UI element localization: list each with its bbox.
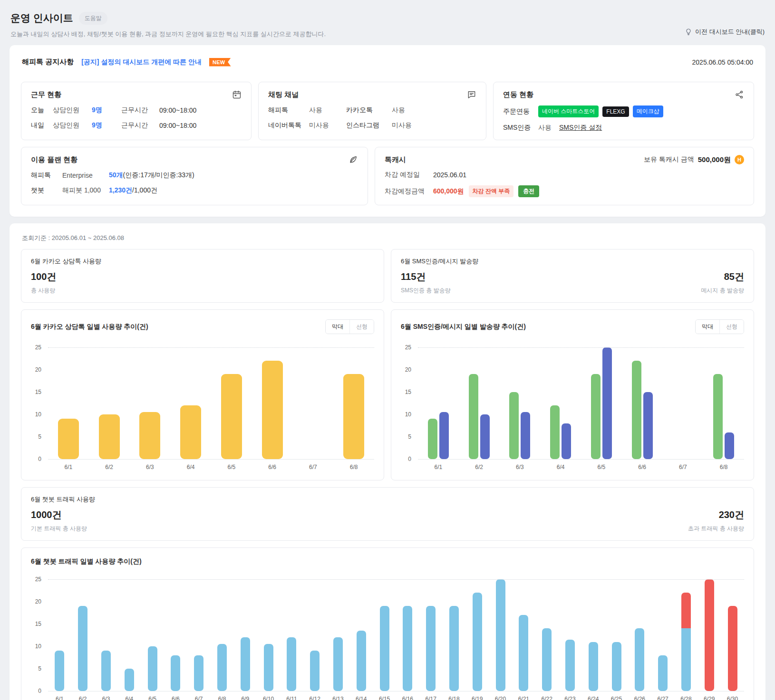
x-tick-label: 6/17 xyxy=(419,696,443,700)
y-tick-label: 10 xyxy=(401,411,411,418)
chart-slot xyxy=(465,579,489,691)
chart-slot xyxy=(89,347,130,459)
chart-slot xyxy=(721,579,744,691)
deduct-amount-label: 차감예정금액 xyxy=(385,187,426,196)
notice-title: 해피톡 공지사항 xyxy=(22,58,74,67)
chart-slot xyxy=(419,579,443,691)
day-label: 오늘 xyxy=(31,106,48,115)
y-tick-label: 5 xyxy=(31,433,41,441)
chart-slot xyxy=(211,579,234,691)
bar-segment xyxy=(565,640,575,691)
toggle-line-button[interactable]: 선형 xyxy=(349,320,374,334)
deduct-amount-value: 600,000원 xyxy=(433,187,464,196)
bar-segment xyxy=(681,593,691,628)
bar-segment xyxy=(728,606,737,691)
y-tick-label: 25 xyxy=(31,575,41,583)
bar xyxy=(58,419,79,459)
chatbot-traffic-title: 6월 챗봇 트래픽 사용량 xyxy=(31,495,744,504)
x-tick-label: 6/27 xyxy=(651,696,675,700)
chart-slot xyxy=(559,579,582,691)
chart-slot xyxy=(130,347,171,459)
sms-auth-settings-link[interactable]: SMS인증 설정 xyxy=(559,124,602,132)
x-tick-label: 6/7 xyxy=(663,464,704,470)
chart-slot xyxy=(117,579,141,691)
x-tick-label: 6/28 xyxy=(675,696,698,700)
plan-usage-detail: (인증:17개/미인증:33개) xyxy=(123,171,194,179)
low-balance-badge: 차감 잔액 부족 xyxy=(469,185,514,197)
kakao-daily-chart: 05101520256/16/26/36/46/56/66/76/8 xyxy=(31,347,374,470)
status-cards-row-1: 근무 현황 오늘 상담인원 9명 근무시간 09:00~18:00 내일 상담인… xyxy=(21,82,754,140)
sms-daily-chart: 05101520256/16/26/36/46/56/66/76/8 xyxy=(401,347,744,470)
chatbot-daily-chart: 05101520256/16/26/36/46/56/66/76/86/96/1… xyxy=(31,579,744,700)
bar-segment xyxy=(55,651,64,691)
chart-slot xyxy=(703,347,744,459)
channel-status: 사용 xyxy=(392,106,476,115)
agent-count-label: 상담인원 xyxy=(53,121,87,130)
kakao-usage-title: 6월 카카오 상담톡 사용량 xyxy=(31,257,374,266)
channel-name: 카카오톡 xyxy=(346,106,392,115)
kakao-usage-total: 100건 총 사용량 xyxy=(31,270,56,295)
sms-usage-stat-card: 6월 SMS인증/메시지 발송량 115건 SMS인증 총 발송량 85건 메시… xyxy=(391,249,754,303)
charge-button[interactable]: 충전 xyxy=(518,185,539,197)
chat-channels-title: 채팅 채널 xyxy=(268,90,299,99)
x-tick-label: 6/6 xyxy=(622,464,663,470)
bar xyxy=(99,414,120,459)
kakao-usage-caption: 총 사용량 xyxy=(31,287,56,295)
y-tick-label: 25 xyxy=(401,344,411,351)
chatbot-daily-chart-card: 6월 챗봇 트래픽 일별 사용량 추이(건) 05101520256/16/26… xyxy=(21,547,754,700)
plot-area xyxy=(418,347,744,460)
toggle-bar-button[interactable]: 막대 xyxy=(696,320,719,334)
x-tick-label: 6/2 xyxy=(459,464,500,470)
x-tick-label: 6/19 xyxy=(465,696,489,700)
chart-slot xyxy=(418,347,459,459)
deduct-date-value: 2025.06.01 xyxy=(433,171,744,179)
chart-slot xyxy=(333,347,374,459)
y-tick-label: 0 xyxy=(401,455,411,463)
chart-slot xyxy=(443,579,466,691)
x-tick-label: 6/22 xyxy=(535,696,559,700)
new-badge: NEW xyxy=(209,58,231,67)
chatbot-basic-value: 1000건 xyxy=(31,508,87,521)
status-panel: 해피톡 공지사항 [공지] 설정의 대시보드 개편에 따른 안내 NEW 202… xyxy=(10,45,765,217)
x-tick-label: 6/29 xyxy=(698,696,721,700)
prev-dashboard-link[interactable]: 이전 대시보드 안내(클릭) xyxy=(685,28,765,36)
bar-segment xyxy=(496,579,505,691)
plan-usage-card: 이용 플랜 현황 해피톡 Enterprise 50개(인증:17개/미인증:3… xyxy=(21,147,368,205)
talkcash-coin-icon: H xyxy=(735,155,744,164)
chart-slot xyxy=(170,347,211,459)
notice-link[interactable]: [공지] 설정의 대시보드 개편에 따른 안내 xyxy=(81,58,202,67)
bar xyxy=(632,361,641,459)
message-caption: 메시지 총 발송량 xyxy=(701,287,744,295)
toggle-line-button[interactable]: 선형 xyxy=(719,320,744,334)
channel-name: 해피톡 xyxy=(268,106,309,115)
chart-slot xyxy=(141,579,164,691)
chart-slot xyxy=(233,579,257,691)
x-axis: 6/16/26/36/46/56/66/76/8 xyxy=(48,464,374,470)
notice-date: 2025.06.05 05:04:00 xyxy=(692,58,753,66)
help-button[interactable]: 도움말 xyxy=(79,12,107,25)
talkcash-balance: 보유 톡캐시 금액 500,000원 H xyxy=(644,155,744,164)
chart-slot xyxy=(95,579,118,691)
kakao-usage-stat-card: 6월 카카오 상담톡 사용량 100건 총 사용량 xyxy=(21,249,384,303)
deduct-date-row: 차감 예정일 2025.06.01 xyxy=(385,171,744,179)
chatbot-excess-value: 230건 xyxy=(688,508,744,521)
chart-slot xyxy=(373,579,396,691)
page-title: 운영 인사이트 xyxy=(10,11,73,25)
bar xyxy=(469,374,478,459)
integration-card: 연동 현황 주문연동 네이버 스마트스토어 FLEXG 메이크샵 SMS인증 사… xyxy=(493,82,754,140)
status-cards-row-2: 이용 플랜 현황 해피톡 Enterprise 50개(인증:17개/미인증:3… xyxy=(21,147,754,205)
x-tick-label: 6/1 xyxy=(48,696,71,700)
y-tick-label: 5 xyxy=(401,433,411,441)
x-tick-label: 6/24 xyxy=(581,696,605,700)
chart-slot xyxy=(349,579,373,691)
chat-channels-card: 채팅 채널 해피톡 사용 카카오톡 사용 네이버톡톡 미사용 인스타그램 미사용 xyxy=(258,82,486,140)
x-tick-label: 6/11 xyxy=(280,696,303,700)
work-time-value: 09:00~18:00 xyxy=(159,122,242,129)
chart-slot xyxy=(293,347,334,459)
bar xyxy=(550,405,560,459)
x-tick-label: 6/14 xyxy=(349,696,373,700)
prev-dashboard-label: 이전 대시보드 안내(클릭) xyxy=(695,28,765,36)
toggle-bar-button[interactable]: 막대 xyxy=(326,320,349,334)
bar xyxy=(221,374,242,459)
x-tick-label: 6/2 xyxy=(89,464,130,470)
